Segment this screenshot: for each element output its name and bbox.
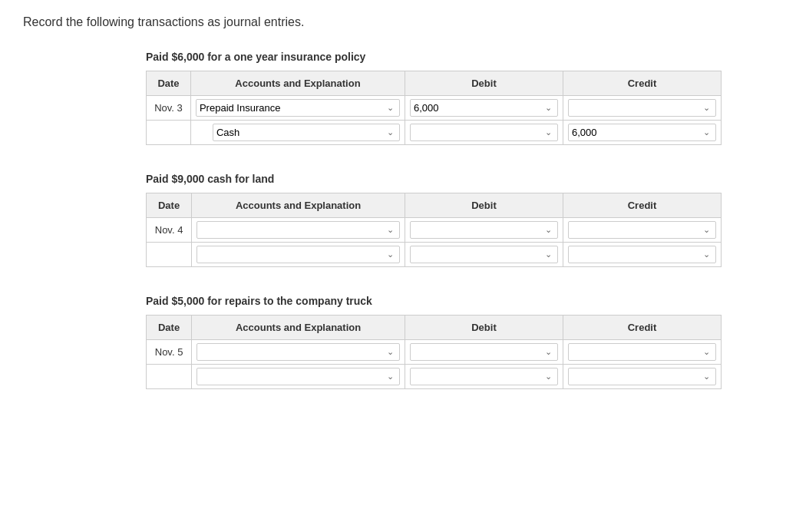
credit-input-s1-r2[interactable] <box>572 127 701 138</box>
journal-section-3: Paid $5,000 for repairs to the company t… <box>146 295 763 389</box>
credit-chevron-s1-r2[interactable]: ⌄ <box>701 128 712 137</box>
debit-input-s1-r2[interactable] <box>414 127 543 138</box>
col-header-debit: Debit <box>405 316 563 340</box>
acct-input-s1-r1[interactable] <box>200 102 385 114</box>
debit-chevron-s1-r2[interactable]: ⌄ <box>543 128 554 137</box>
table-row: ⌄⌄⌄ <box>147 365 722 389</box>
debit-input-s3-r2[interactable] <box>414 371 543 382</box>
credit-cell-s3-r1: ⌄ <box>563 340 721 365</box>
debit-input-s2-r2[interactable] <box>414 249 543 260</box>
col-header-acct: Accounts and Explanation <box>190 71 405 96</box>
debit-chevron-s1-r1[interactable]: ⌄ <box>543 104 554 112</box>
acct-input-s3-r2[interactable] <box>200 371 385 382</box>
table-row: ⌄⌄⌄ <box>147 121 722 145</box>
col-header-credit: Credit <box>563 316 721 340</box>
credit-chevron-s1-r1[interactable]: ⌄ <box>701 104 712 112</box>
table-row: Nov. 5⌄⌄⌄ <box>147 340 722 365</box>
table-row: ⌄⌄⌄ <box>147 243 722 267</box>
col-header-date: Date <box>147 316 192 340</box>
credit-input-s1-r1[interactable] <box>572 102 701 114</box>
acct-chevron-s3-r1[interactable]: ⌄ <box>385 348 396 356</box>
debit-cell-s1-r2: ⌄ <box>405 121 563 145</box>
credit-input-s3-r1[interactable] <box>572 346 701 358</box>
acct-chevron-s2-r2[interactable]: ⌄ <box>385 250 396 259</box>
acct-cell-s1-r1: ⌄ <box>190 96 405 121</box>
acct-input-s1-r2[interactable] <box>216 127 385 138</box>
col-header-acct: Accounts and Explanation <box>192 316 405 340</box>
acct-cell-s2-r1: ⌄ <box>192 218 405 243</box>
credit-chevron-s3-r2[interactable]: ⌄ <box>701 372 712 381</box>
acct-cell-s1-r2: ⌄ <box>190 121 405 145</box>
date-cell-s2-r1: Nov. 4 <box>147 218 192 243</box>
section-title-3: Paid $5,000 for repairs to the company t… <box>146 295 763 307</box>
debit-chevron-s2-r2[interactable]: ⌄ <box>543 250 554 259</box>
col-header-date: Date <box>147 71 191 96</box>
credit-cell-s3-r2: ⌄ <box>563 365 721 389</box>
debit-cell-s3-r1: ⌄ <box>405 340 563 365</box>
debit-cell-s3-r2: ⌄ <box>405 365 563 389</box>
credit-chevron-s3-r1[interactable]: ⌄ <box>701 348 712 356</box>
credit-input-s2-r1[interactable] <box>572 224 701 236</box>
table-row: Nov. 3⌄⌄⌄ <box>147 96 722 121</box>
date-cell-s1-r2 <box>147 121 191 145</box>
debit-input-s2-r1[interactable] <box>414 224 543 236</box>
credit-cell-s1-r1: ⌄ <box>563 96 721 121</box>
section-title-2: Paid $9,000 cash for land <box>146 173 763 185</box>
col-header-acct: Accounts and Explanation <box>192 193 405 218</box>
col-header-date: Date <box>147 193 192 218</box>
debit-cell-s1-r1: ⌄ <box>405 96 563 121</box>
table-row: Nov. 4⌄⌄⌄ <box>147 218 722 243</box>
acct-chevron-s2-r1[interactable]: ⌄ <box>385 226 396 234</box>
journal-table-2: DateAccounts and ExplanationDebitCreditN… <box>146 193 722 267</box>
col-header-debit: Debit <box>405 193 563 218</box>
acct-input-s3-r1[interactable] <box>200 346 385 358</box>
date-cell-s3-r2 <box>147 365 192 389</box>
journal-table-3: DateAccounts and ExplanationDebitCreditN… <box>146 315 722 389</box>
debit-input-s3-r1[interactable] <box>414 346 543 358</box>
date-cell-s2-r2 <box>147 243 192 267</box>
date-cell-s1-r1: Nov. 3 <box>147 96 191 121</box>
debit-chevron-s3-r1[interactable]: ⌄ <box>543 348 554 356</box>
debit-chevron-s3-r2[interactable]: ⌄ <box>543 372 554 381</box>
acct-input-s2-r1[interactable] <box>200 224 385 236</box>
credit-cell-s2-r2: ⌄ <box>563 243 721 267</box>
acct-chevron-s1-r1[interactable]: ⌄ <box>385 104 396 112</box>
acct-chevron-s1-r2[interactable]: ⌄ <box>385 128 396 137</box>
credit-input-s2-r2[interactable] <box>572 249 701 260</box>
col-header-credit: Credit <box>563 193 721 218</box>
acct-cell-s2-r2: ⌄ <box>192 243 405 267</box>
acct-input-s2-r2[interactable] <box>200 249 385 260</box>
credit-cell-s1-r2: ⌄ <box>563 121 721 145</box>
credit-chevron-s2-r1[interactable]: ⌄ <box>701 226 712 234</box>
journal-section-1: Paid $6,000 for a one year insurance pol… <box>146 51 763 145</box>
credit-cell-s2-r1: ⌄ <box>563 218 721 243</box>
debit-cell-s2-r1: ⌄ <box>405 218 563 243</box>
debit-chevron-s2-r1[interactable]: ⌄ <box>543 226 554 234</box>
acct-chevron-s3-r2[interactable]: ⌄ <box>385 372 396 381</box>
debit-input-s1-r1[interactable] <box>414 102 543 114</box>
journal-table-1: DateAccounts and ExplanationDebitCreditN… <box>146 71 722 145</box>
date-cell-s3-r1: Nov. 5 <box>147 340 192 365</box>
col-header-debit: Debit <box>405 71 563 96</box>
page-instruction: Record the following transactions as jou… <box>23 15 763 29</box>
col-header-credit: Credit <box>563 71 721 96</box>
journal-section-2: Paid $9,000 cash for landDateAccounts an… <box>146 173 763 267</box>
acct-cell-s3-r1: ⌄ <box>192 340 405 365</box>
acct-cell-s3-r2: ⌄ <box>192 365 405 389</box>
credit-input-s3-r2[interactable] <box>572 371 701 382</box>
debit-cell-s2-r2: ⌄ <box>405 243 563 267</box>
section-title-1: Paid $6,000 for a one year insurance pol… <box>146 51 763 63</box>
credit-chevron-s2-r2[interactable]: ⌄ <box>701 250 712 259</box>
